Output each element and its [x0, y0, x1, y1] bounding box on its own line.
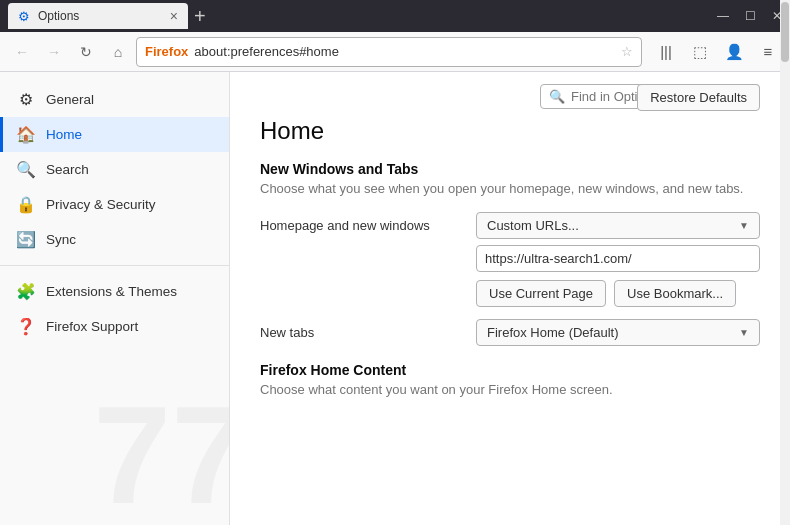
back-button[interactable]: ← — [8, 38, 36, 66]
dropdown-arrow-icon: ▼ — [739, 220, 749, 231]
tab-title: Options — [38, 9, 79, 23]
reload-button[interactable]: ↻ — [72, 38, 100, 66]
nav-icon-group: ||| ⬚ 👤 ≡ — [652, 38, 782, 66]
search-icon: 🔍 — [16, 160, 36, 179]
sidebar-item-extensions-label: Extensions & Themes — [46, 284, 177, 299]
firefox-logo: Firefox — [145, 44, 188, 59]
lock-icon: 🔒 — [16, 195, 36, 214]
sidebar-divider — [0, 265, 229, 266]
section1-title: New Windows and Tabs — [260, 161, 760, 177]
library-button[interactable]: ||| — [652, 38, 680, 66]
homepage-row: Homepage and new windows Custom URLs... … — [260, 212, 760, 307]
section2-desc: Choose what content you want on your Fir… — [260, 382, 760, 397]
sync-icon: 🔄 — [16, 230, 36, 249]
extensions-icon: 🧩 — [16, 282, 36, 301]
sidebar-item-sync-label: Sync — [46, 232, 76, 247]
sidebar-item-general[interactable]: ⚙ General — [0, 82, 229, 117]
main-layout: 77 ⚙ General 🏠 Home 🔍 Search 🔒 Privacy &… — [0, 72, 790, 525]
url-display: about:preferences#home — [194, 44, 615, 59]
sidebar-item-privacy-label: Privacy & Security — [46, 197, 156, 212]
menu-button[interactable]: ≡ — [754, 38, 782, 66]
tab-close-button[interactable]: × — [170, 8, 178, 24]
tab-gear-icon: ⚙ — [18, 9, 30, 24]
sidebar-item-general-label: General — [46, 92, 94, 107]
new-tabs-dropdown-arrow-icon: ▼ — [739, 327, 749, 338]
homepage-action-buttons: Use Current Page Use Bookmark... — [476, 280, 760, 307]
watermark: 77 — [93, 385, 230, 525]
sidebar-item-privacy[interactable]: 🔒 Privacy & Security — [0, 187, 229, 222]
sidebar: 77 ⚙ General 🏠 Home 🔍 Search 🔒 Privacy &… — [0, 72, 230, 525]
window-controls: — ☐ ✕ — [717, 9, 782, 23]
titlebar: ⚙ Options × + — ☐ ✕ — [0, 0, 790, 32]
navbar: ← → ↻ ⌂ Firefox about:preferences#home ☆… — [0, 32, 790, 72]
new-tab-button[interactable]: + — [194, 5, 206, 28]
sidebar-item-extensions[interactable]: 🧩 Extensions & Themes — [0, 274, 229, 309]
new-tabs-label: New tabs — [260, 319, 460, 340]
sidebar-item-support-label: Firefox Support — [46, 319, 138, 334]
browser-tab[interactable]: ⚙ Options × — [8, 3, 188, 29]
sidebar-item-search-label: Search — [46, 162, 89, 177]
section1-desc: Choose what you see when you open your h… — [260, 181, 760, 196]
new-tabs-dropdown[interactable]: Firefox Home (Default) ▼ — [476, 319, 760, 346]
forward-button[interactable]: → — [40, 38, 68, 66]
address-bar[interactable]: Firefox about:preferences#home ☆ — [136, 37, 642, 67]
sidebar-item-support[interactable]: ❓ Firefox Support — [0, 309, 229, 344]
content-area: 🔍 Restore Defaults Home New Windows and … — [230, 72, 790, 525]
homepage-dropdown-value: Custom URLs... — [487, 218, 579, 233]
avatar-button[interactable]: 👤 — [720, 38, 748, 66]
sidebar-item-home[interactable]: 🏠 Home — [0, 117, 229, 152]
home-icon: 🏠 — [16, 125, 36, 144]
synced-tabs-button[interactable]: ⬚ — [686, 38, 714, 66]
bookmark-star-icon[interactable]: ☆ — [621, 44, 633, 59]
home-button[interactable]: ⌂ — [104, 38, 132, 66]
homepage-control: Custom URLs... ▼ Use Current Page Use Bo… — [476, 212, 760, 307]
new-tabs-row: New tabs Firefox Home (Default) ▼ — [260, 319, 760, 346]
sidebar-item-home-label: Home — [46, 127, 82, 142]
maximize-button[interactable]: ☐ — [745, 9, 756, 23]
homepage-url-input[interactable] — [476, 245, 760, 272]
find-search-icon: 🔍 — [549, 89, 565, 104]
sidebar-item-search[interactable]: 🔍 Search — [0, 152, 229, 187]
use-current-page-button[interactable]: Use Current Page — [476, 280, 606, 307]
homepage-label: Homepage and new windows — [260, 212, 460, 233]
homepage-dropdown[interactable]: Custom URLs... ▼ — [476, 212, 760, 239]
new-tabs-control: Firefox Home (Default) ▼ — [476, 319, 760, 346]
sidebar-item-sync[interactable]: 🔄 Sync — [0, 222, 229, 257]
gear-icon: ⚙ — [16, 90, 36, 109]
section2-title: Firefox Home Content — [260, 362, 760, 378]
scrollbar-thumb[interactable] — [781, 2, 789, 62]
new-tabs-dropdown-value: Firefox Home (Default) — [487, 325, 618, 340]
use-bookmark-button[interactable]: Use Bookmark... — [614, 280, 736, 307]
page-title: Home — [260, 117, 760, 145]
minimize-button[interactable]: — — [717, 9, 729, 23]
scrollbar-track[interactable] — [780, 0, 790, 525]
help-icon: ❓ — [16, 317, 36, 336]
restore-defaults-button[interactable]: Restore Defaults — [637, 84, 760, 111]
